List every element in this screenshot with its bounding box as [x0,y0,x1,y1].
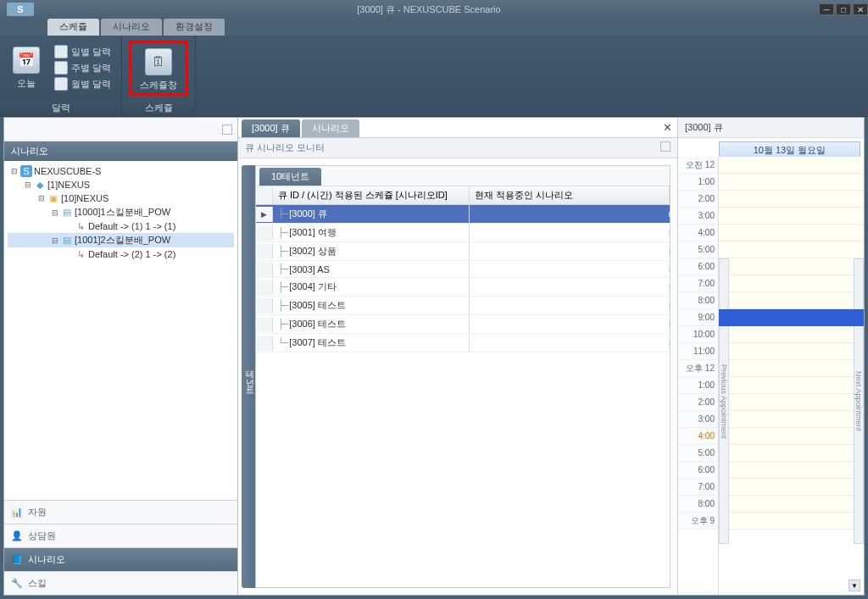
row-current [470,303,670,308]
nav-스킬[interactable]: 🔧스킬 [4,571,237,595]
calendar-cell[interactable] [719,411,864,428]
scenario-tree[interactable]: ⊟SNEXUSCUBE-S⊟◆[1]NEXUS⊟▣[10]NEXUS⊟▤[100… [4,161,237,500]
calendar-cell[interactable] [719,157,864,174]
appointment-block[interactable] [719,309,864,326]
calendar-cell[interactable] [719,377,864,394]
scroll-down-button[interactable]: ▼ [849,580,860,591]
calendar-cell[interactable] [719,462,864,479]
row-label: [3005] 테스트 [289,299,346,312]
calendar-cell[interactable] [719,513,864,530]
time-label: 11:00 [678,343,718,360]
calendar-cell[interactable] [719,191,864,208]
nav-label: 상담원 [28,530,56,542]
calendar-cell[interactable] [719,343,864,360]
calendar-cell[interactable] [719,445,864,462]
prev-label: Previous Appointment [720,364,728,439]
table-row[interactable]: ├─[3004] 기타 [256,278,670,297]
app-icon: S [20,165,32,177]
right-pane: [3000] 큐 ▲ 10월 13일 월요일 오전 121:002:003:00… [677,118,864,595]
expand-icon[interactable]: ⊟ [50,236,59,245]
titlebar: S [3000] 큐 - NEXUSCUBE Scenario ─ □ ✕ [0,0,868,19]
calendar-cell[interactable] [719,360,864,377]
tab-close-button[interactable]: ✕ [663,121,672,134]
row-marker [256,225,273,241]
tenant-tab[interactable]: 10테넌트 [259,168,321,186]
calendar-cell[interactable] [719,326,864,343]
pin-icon[interactable] [660,141,670,152]
tab-scenario2[interactable]: 시나리오 [302,119,359,137]
calendar-cell[interactable] [719,275,864,292]
tab-settings[interactable]: 환경설정 [164,19,225,36]
maximize-button[interactable]: □ [836,3,851,15]
tree-item[interactable]: ⊟◆[1]NEXUS [8,178,234,191]
tree-item[interactable]: ↳Default -> (2) 1 -> (2) [8,247,234,261]
row-current [470,249,670,254]
tenant-vertical-tab[interactable]: 테넌트 [242,165,255,588]
calendar-cell[interactable] [719,496,864,513]
next-appointment-band[interactable]: Next Appointment [854,258,864,544]
tab-queue[interactable]: [3000] 큐 [242,119,300,137]
tree-label: [1]NEXUS [47,180,90,190]
table-row[interactable]: ├─[3005] 테스트 [256,297,670,315]
row-label: [3006] 테스트 [289,318,346,330]
tree-item[interactable]: ⊟SNEXUSCUBE-S [8,164,234,178]
calendar-cell[interactable] [719,394,864,411]
tree-label: [10]NEXUS [61,193,108,203]
expand-icon[interactable]: ⊟ [50,208,59,217]
calendar-cell[interactable] [719,225,864,241]
minimize-button[interactable]: ─ [819,3,834,15]
nav-자원[interactable]: 📊자원 [4,500,237,524]
schedule-window-button[interactable]: 🗓 스케쥴창 [129,41,188,96]
tab-scenario[interactable]: 시나리오 [101,19,162,36]
col-current[interactable]: 현재 적용중인 시나리오 [470,186,670,204]
ribbon: 📅 오늘 일별 달력 주별 달력 월별 달력 달력 🗓 스케쥴창 스케쥴 [0,36,868,117]
time-label: 9:00 [678,309,718,326]
calendar-title: [3000] 큐 [685,121,723,134]
tree-label: Default -> (1) 1 -> (1) [88,221,175,231]
expand-icon[interactable]: ⊟ [36,194,46,203]
table-row[interactable]: ▶├─[3000] 큐 [256,205,670,224]
row-current [470,212,670,217]
prev-appointment-band[interactable]: Previous Appointment [719,258,729,544]
table-row[interactable]: ├─[3003] AS [256,261,670,278]
expand-icon[interactable] [64,222,73,231]
nav-icon: 🔧 [11,578,23,590]
row-label: [3007] 테스트 [289,336,346,349]
expand-icon[interactable]: ⊟ [9,167,19,176]
expand-icon[interactable]: ⊟ [23,180,32,190]
tree-item[interactable]: ↳Default -> (1) 1 -> (1) [8,219,234,233]
tree-item[interactable]: ⊟▣[10]NEXUS [8,191,234,205]
row-marker [256,336,273,351]
table-row[interactable]: ├─[3002] 상품 [256,242,670,261]
calendar-cell[interactable] [719,479,864,496]
col-id[interactable]: 큐 ID / (시간) 적용된 스케쥴 [시나리오ID] [273,186,470,204]
table-row[interactable]: └─[3007] 테스트 [256,334,670,352]
tab-schedule[interactable]: 스케쥴 [47,19,99,36]
time-label: 7:00 [678,479,718,496]
nav-시나리오[interactable]: 📘시나리오 [4,547,237,571]
monthly-calendar-button[interactable]: 월별 달력 [51,76,114,92]
calendar-cell[interactable] [719,428,864,445]
calendar-cell[interactable] [719,174,864,191]
daily-calendar-button[interactable]: 일별 달력 [51,44,114,59]
tree-item[interactable]: ⊟▤[1001]2스킬분배_POW [8,233,234,247]
calendar-cell[interactable] [719,292,864,309]
close-button[interactable]: ✕ [853,3,868,15]
calendar-cell[interactable] [719,258,864,275]
table-row[interactable]: ├─[3001] 여행 [256,224,670,242]
today-button[interactable]: 📅 오늘 [7,42,46,94]
group-label-calendar: 달력 [0,100,121,116]
calendar-cell[interactable] [719,241,864,258]
nav-상담원[interactable]: 👤상담원 [4,524,237,547]
calendar-cell[interactable] [719,208,864,225]
table-row[interactable]: ├─[3006] 테스트 [256,315,670,334]
weekly-label: 주별 달력 [71,62,111,75]
tree-label: Default -> (2) 1 -> (2) [88,249,175,259]
col-marker [256,186,273,204]
tree-item[interactable]: ⊟▤[1000]1스킬분배_POW [8,205,234,219]
time-label: 6:00 [678,462,718,479]
calendar-body[interactable]: Previous Appointment Next Appointment ▼ [719,157,864,595]
expand-icon[interactable] [64,250,73,259]
daily-label: 일별 달력 [71,46,111,58]
weekly-calendar-button[interactable]: 주별 달력 [51,60,114,75]
